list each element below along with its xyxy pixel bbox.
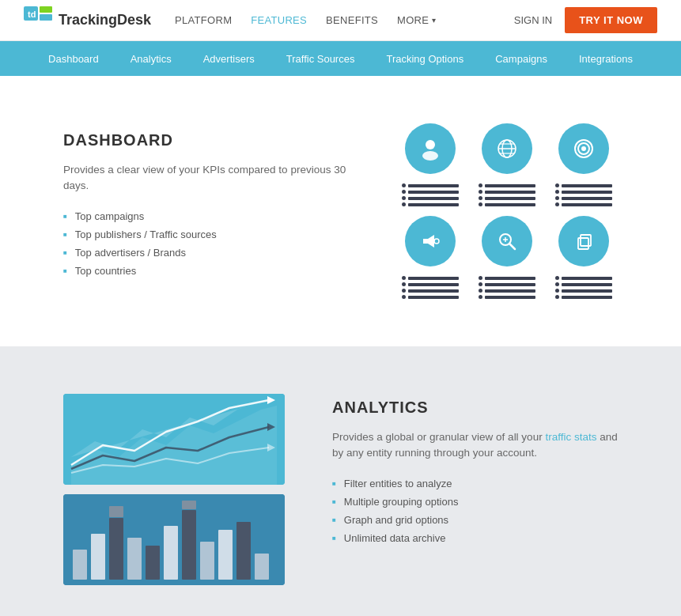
svg-rect-33 [146, 546, 160, 580]
nav-platform[interactable]: PLATFORM [175, 14, 232, 26]
list-item: Top countries [63, 265, 349, 277]
svg-rect-20 [578, 238, 588, 249]
svg-rect-35 [182, 510, 196, 580]
features-nav-traffic-sources[interactable]: Traffic Sources [286, 53, 355, 65]
analytics-section: ANALYTICS Provides a global or granular … [0, 346, 681, 616]
list-item: Unlimited data archive [332, 532, 618, 544]
dash-lines-1 [396, 183, 463, 206]
svg-rect-31 [109, 506, 123, 517]
nav-benefits[interactable]: BENEFITS [326, 14, 378, 26]
analytics-feature-list: Filter entities to analyze Multiple grou… [332, 478, 618, 544]
list-item: Top campaigns [63, 210, 349, 222]
svg-line-17 [509, 244, 515, 249]
list-item: Graph and grid options [332, 514, 618, 526]
person-icon [405, 123, 456, 174]
nav-links: PLATFORM FEATURES BENEFITS MORE ▾ [175, 14, 514, 26]
svg-rect-30 [109, 518, 123, 580]
svg-rect-2 [40, 14, 52, 21]
logo-icon: td [24, 6, 52, 35]
dash-cell-search [473, 216, 540, 266]
dashboard-illustration [396, 123, 618, 299]
list-item: Filter entities to analyze [332, 478, 618, 489]
svg-rect-39 [236, 522, 251, 580]
dash-lines-2 [473, 183, 540, 206]
list-item: Top publishers / Traffic sources [63, 229, 349, 240]
dash-cell-globe [473, 123, 540, 174]
brand-name: TrackingDesk [59, 12, 151, 28]
list-item: Multiple grouping options [332, 496, 618, 508]
dashboard-content: DASHBOARD Provides a clear view of your … [63, 123, 349, 283]
svg-marker-14 [423, 235, 434, 248]
sign-in-link[interactable]: SIGN IN [514, 14, 552, 26]
dash-cell-megaphone [396, 216, 463, 266]
analytics-charts [63, 394, 285, 585]
nav-more[interactable]: MORE ▾ [397, 14, 437, 26]
bar-chart-card [63, 494, 285, 585]
traffic-stats-link[interactable]: traffic stats [545, 431, 596, 443]
svg-rect-37 [200, 542, 214, 580]
analytics-description: Provides a global or granular view of al… [332, 429, 618, 462]
search-zoom-icon [482, 216, 532, 266]
nav-features[interactable]: FEATURES [251, 14, 307, 26]
svg-point-4 [426, 140, 435, 149]
try-it-now-button[interactable]: TRY IT NOW [565, 7, 657, 33]
svg-rect-34 [164, 526, 178, 580]
svg-text:td: td [28, 9, 36, 19]
copy-icon [558, 216, 609, 266]
features-nav-dashboard[interactable]: Dashboard [48, 53, 99, 65]
dash-cell-copy [550, 216, 618, 266]
dash-lines-5 [473, 276, 540, 299]
svg-rect-40 [255, 554, 269, 580]
svg-rect-29 [91, 534, 105, 580]
globe-icon [482, 123, 532, 174]
dashboard-description: Provides a clear view of your KPIs compa… [63, 162, 349, 195]
features-nav-analytics[interactable]: Analytics [131, 53, 172, 65]
svg-rect-1 [40, 6, 52, 13]
features-nav-advertisers[interactable]: Advertisers [203, 53, 255, 65]
top-navigation: td TrackingDesk PLATFORM FEATURES BENEFI… [0, 0, 681, 41]
analytics-title: ANALYTICS [332, 399, 618, 417]
svg-rect-38 [218, 530, 233, 580]
features-nav-campaigns[interactable]: Campaigns [495, 53, 547, 65]
dash-lines-6 [550, 276, 618, 299]
line-chart-svg [63, 394, 285, 485]
list-item: Top advertisers / Brands [63, 247, 349, 259]
svg-rect-36 [182, 501, 196, 509]
svg-point-13 [581, 146, 586, 151]
svg-point-15 [434, 239, 439, 244]
dashboard-section: DASHBOARD Provides a clear view of your … [0, 76, 681, 346]
svg-rect-32 [127, 538, 142, 580]
chevron-down-icon: ▾ [432, 16, 436, 25]
bar-chart-svg [63, 494, 285, 585]
dashboard-title: DASHBOARD [63, 131, 349, 149]
svg-point-5 [422, 151, 438, 161]
megaphone-icon [405, 216, 456, 266]
logo[interactable]: td TrackingDesk [24, 6, 151, 35]
features-nav-integrations[interactable]: Integrations [579, 53, 633, 65]
nav-right: SIGN IN TRY IT NOW [514, 7, 657, 33]
dashboard-feature-list: Top campaigns Top publishers / Traffic s… [63, 210, 349, 277]
svg-rect-21 [581, 235, 591, 246]
line-chart-card [63, 394, 285, 485]
analytics-content: ANALYTICS Provides a global or granular … [332, 394, 618, 550]
svg-rect-28 [73, 550, 87, 580]
dash-lines-3 [550, 183, 618, 206]
dash-lines-4 [396, 276, 463, 299]
features-navigation: Dashboard Analytics Advertisers Traffic … [0, 41, 681, 76]
features-nav-tracking-options[interactable]: Tracking Options [386, 53, 463, 65]
dash-cell-target [550, 123, 618, 174]
target-icon [558, 123, 609, 174]
dash-cell-person [396, 123, 463, 174]
